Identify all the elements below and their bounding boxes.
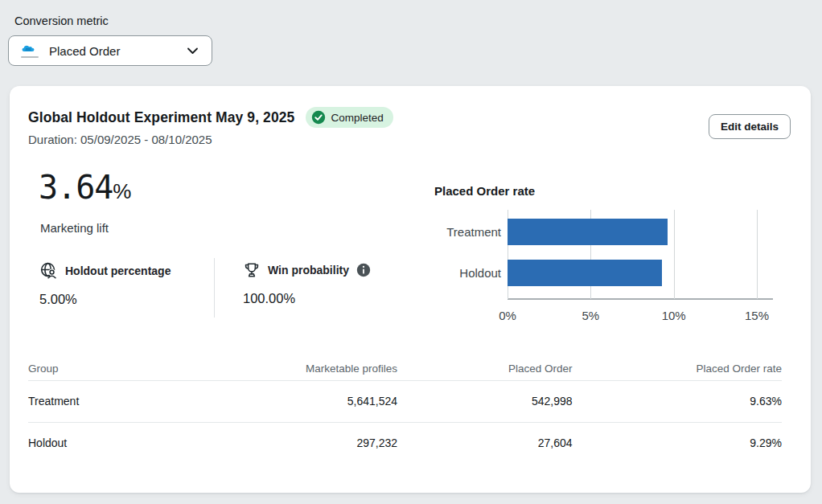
check-circle-icon — [311, 110, 326, 125]
cell-placed-order-rate: 9.29% — [573, 422, 783, 464]
win-probability-value: 100.00% — [243, 291, 371, 306]
column-header-marketable-profiles: Marketable profiles — [189, 357, 398, 380]
cell-marketable-profiles: 5,641,524 — [189, 380, 398, 422]
gridline — [757, 210, 758, 299]
selected-metric-label: Placed Order — [49, 44, 120, 58]
table-row-holdout: Holdout 297,232 27,604 9.29% — [28, 422, 782, 464]
holdout-percentage-label: Holdout percentage — [65, 264, 171, 277]
experiment-title: Global Holdout Experiment May 9, 2025 — [28, 109, 294, 126]
x-axis-line — [508, 298, 773, 300]
conversion-metric-dropdown[interactable]: Placed Order — [8, 35, 212, 66]
table-header-row: Group Marketable profiles Placed Order P… — [28, 357, 782, 380]
holdout-percentage-metric: Holdout percentage 5.00% — [39, 261, 171, 307]
chart-title: Placed Order rate — [434, 184, 792, 198]
x-tick-label: 0% — [499, 309, 516, 322]
table-row-treatment: Treatment 5,641,524 542,998 9.63% — [28, 380, 782, 422]
bar-treatment — [508, 219, 668, 245]
category-label-treatment: Treatment — [405, 219, 501, 245]
column-header-placed-order: Placed Order — [397, 357, 572, 380]
info-icon[interactable] — [356, 263, 371, 277]
bar-holdout — [508, 260, 662, 286]
chevron-down-icon — [187, 47, 199, 55]
win-probability-metric: Win probability 100.00% — [243, 261, 371, 306]
conversion-metric-label: Conversion metric — [14, 14, 109, 27]
x-tick-label: 5% — [582, 309, 599, 322]
marketing-lift-label: Marketing lift — [40, 221, 109, 235]
marketing-lift-value: 3.64% — [39, 169, 130, 206]
cell-placed-order-rate: 9.63% — [573, 380, 783, 422]
metrics-divider — [214, 258, 215, 318]
results-table: Group Marketable profiles Placed Order P… — [28, 357, 782, 464]
cell-group: Treatment — [28, 380, 189, 422]
cell-placed-order: 27,604 — [397, 422, 572, 464]
column-header-placed-order-rate: Placed Order rate — [573, 357, 783, 380]
marketing-lift-unit: % — [113, 179, 130, 203]
cell-placed-order: 542,998 — [397, 380, 572, 422]
gridline — [674, 210, 675, 299]
experiment-duration: Duration: 05/09/2025 - 08/10/2025 — [28, 133, 212, 146]
trophy-icon — [243, 261, 261, 279]
edit-details-button[interactable]: Edit details — [709, 114, 791, 139]
cell-group: Holdout — [28, 422, 189, 464]
holdout-percentage-value: 5.00% — [39, 292, 171, 307]
placed-order-rate-chart: Placed Order rate 0%5%10%15%TreatmentHol… — [434, 184, 792, 299]
win-probability-label: Win probability — [268, 264, 349, 277]
status-badge: Completed — [306, 107, 393, 128]
x-tick-label: 15% — [745, 309, 769, 322]
metric-integration-logo-icon — [19, 44, 40, 58]
bar-plot: 0%5%10%15%TreatmentHoldout — [508, 210, 782, 299]
x-tick-label: 10% — [662, 309, 686, 322]
category-label-holdout: Holdout — [405, 260, 501, 286]
globe-user-icon — [39, 261, 58, 280]
experiment-card: Global Holdout Experiment May 9, 2025 Co… — [10, 86, 811, 493]
column-header-group: Group — [28, 357, 189, 380]
status-badge-label: Completed — [331, 112, 383, 124]
cell-marketable-profiles: 297,232 — [189, 422, 398, 464]
